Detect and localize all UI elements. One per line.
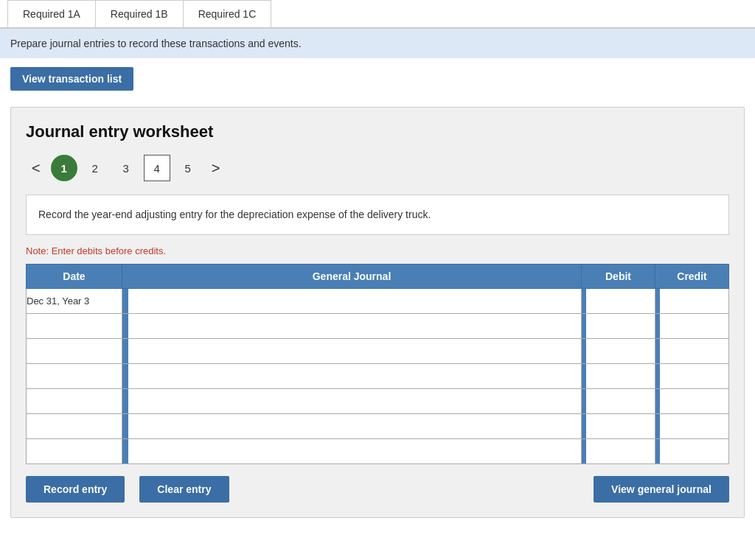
page-2[interactable]: 2 xyxy=(82,155,108,181)
debit-input-6[interactable] xyxy=(582,443,655,460)
record-entry-button[interactable]: Record entry xyxy=(26,476,125,503)
journal-cell-0[interactable] xyxy=(122,289,582,314)
view-general-journal-button[interactable]: View general journal xyxy=(594,476,729,503)
col-header-credit: Credit xyxy=(655,265,729,289)
journal-input-1[interactable] xyxy=(122,318,581,335)
page-3[interactable]: 3 xyxy=(113,155,139,181)
debit-cell-2[interactable] xyxy=(582,339,655,364)
debit-cell-3[interactable] xyxy=(582,364,655,389)
journal-table: Date General Journal Debit Credit Dec 31… xyxy=(26,264,729,464)
debit-indicator-0 xyxy=(582,289,586,313)
col-header-journal: General Journal xyxy=(122,265,582,289)
date-cell-5 xyxy=(27,414,122,439)
tab-required-1c[interactable]: Required 1C xyxy=(184,0,272,27)
entry-description: Record the year-end adjusting entry for … xyxy=(26,195,729,235)
credit-indicator-6 xyxy=(655,439,660,463)
credit-indicator-3 xyxy=(655,364,660,388)
date-cell-0: Dec 31, Year 3 xyxy=(27,289,122,314)
credit-indicator-1 xyxy=(655,314,660,338)
date-cell-4 xyxy=(27,389,122,414)
pagination: < 1 2 3 4 5 > xyxy=(26,155,729,181)
journal-indicator-1 xyxy=(122,314,128,338)
view-transaction-button[interactable]: View transaction list xyxy=(10,67,133,91)
debit-input-0[interactable] xyxy=(582,293,655,309)
debit-cell-6[interactable] xyxy=(582,439,655,464)
date-cell-6 xyxy=(27,439,122,464)
debit-input-3[interactable] xyxy=(582,368,655,385)
debit-cell-4[interactable] xyxy=(582,389,655,414)
date-cell-1 xyxy=(27,314,122,339)
note-text: Note: Enter debits before credits. xyxy=(26,245,729,256)
col-header-date: Date xyxy=(27,265,122,289)
journal-input-3[interactable] xyxy=(122,368,581,385)
credit-input-2[interactable] xyxy=(655,343,728,360)
debit-input-2[interactable] xyxy=(582,343,655,360)
credit-cell-6[interactable] xyxy=(655,439,729,464)
journal-input-4[interactable] xyxy=(122,393,581,410)
table-row xyxy=(27,314,729,339)
action-buttons: Record entry Clear entry View general jo… xyxy=(26,476,729,503)
page-1[interactable]: 1 xyxy=(51,155,77,181)
credit-input-3[interactable] xyxy=(655,368,728,385)
debit-indicator-6 xyxy=(582,439,586,463)
table-row xyxy=(27,364,729,389)
worksheet-title: Journal entry worksheet xyxy=(26,122,729,141)
journal-cell-3[interactable] xyxy=(122,364,582,389)
page-5[interactable]: 5 xyxy=(175,155,201,181)
credit-cell-3[interactable] xyxy=(655,364,729,389)
table-row: Dec 31, Year 3 xyxy=(27,289,729,314)
page-4[interactable]: 4 xyxy=(144,155,170,181)
journal-indicator-2 xyxy=(122,339,128,363)
table-row xyxy=(27,339,729,364)
tab-required-1a[interactable]: Required 1A xyxy=(7,0,96,27)
credit-input-1[interactable] xyxy=(655,318,728,335)
journal-indicator-3 xyxy=(122,364,128,388)
journal-cell-1[interactable] xyxy=(122,314,582,339)
prev-page-arrow[interactable]: < xyxy=(26,157,46,180)
journal-input-6[interactable] xyxy=(122,443,581,460)
tabs-bar: Required 1A Required 1B Required 1C xyxy=(0,0,755,29)
date-cell-2 xyxy=(27,339,122,364)
table-row xyxy=(27,414,729,439)
debit-indicator-4 xyxy=(582,389,586,413)
credit-cell-4[interactable] xyxy=(655,389,729,414)
entry-description-text: Record the year-end adjusting entry for … xyxy=(38,209,431,220)
journal-cell-2[interactable] xyxy=(122,339,582,364)
credit-cell-0[interactable] xyxy=(655,289,729,314)
debit-cell-1[interactable] xyxy=(582,314,655,339)
credit-input-6[interactable] xyxy=(655,443,728,460)
instruction-bar: Prepare journal entries to record these … xyxy=(0,29,755,58)
credit-indicator-0 xyxy=(655,289,660,313)
date-cell-3 xyxy=(27,364,122,389)
credit-input-4[interactable] xyxy=(655,393,728,410)
journal-input-2[interactable] xyxy=(122,343,581,360)
journal-indicator-0 xyxy=(122,289,128,313)
debit-indicator-5 xyxy=(582,414,586,438)
journal-cell-4[interactable] xyxy=(122,389,582,414)
table-row xyxy=(27,439,729,464)
debit-indicator-2 xyxy=(582,339,586,363)
journal-input-5[interactable] xyxy=(122,418,581,435)
debit-cell-5[interactable] xyxy=(582,414,655,439)
debit-indicator-1 xyxy=(582,314,586,338)
credit-cell-1[interactable] xyxy=(655,314,729,339)
worksheet-container: Journal entry worksheet < 1 2 3 4 5 > Re… xyxy=(10,107,745,518)
journal-cell-6[interactable] xyxy=(122,439,582,464)
debit-input-4[interactable] xyxy=(582,393,655,410)
debit-cell-0[interactable] xyxy=(582,289,655,314)
debit-input-5[interactable] xyxy=(582,418,655,435)
table-row xyxy=(27,389,729,414)
credit-input-5[interactable] xyxy=(655,418,728,435)
tab-required-1b[interactable]: Required 1B xyxy=(96,0,184,27)
debit-input-1[interactable] xyxy=(582,318,655,335)
journal-indicator-6 xyxy=(122,439,128,463)
instruction-text: Prepare journal entries to record these … xyxy=(10,38,302,49)
journal-cell-5[interactable] xyxy=(122,414,582,439)
credit-cell-2[interactable] xyxy=(655,339,729,364)
credit-input-0[interactable] xyxy=(655,293,728,309)
credit-cell-5[interactable] xyxy=(655,414,729,439)
clear-entry-button[interactable]: Clear entry xyxy=(139,476,229,503)
next-page-arrow[interactable]: > xyxy=(206,157,226,180)
journal-indicator-5 xyxy=(122,414,128,438)
journal-input-0[interactable] xyxy=(122,293,581,309)
